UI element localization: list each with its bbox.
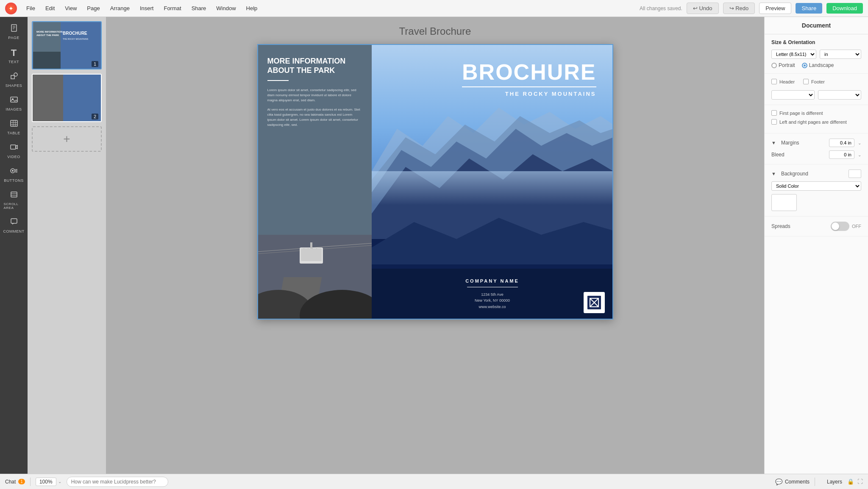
document-title: Travel Brochure [399,25,471,37]
download-button[interactable]: Download [826,3,863,14]
svg-marker-14 [16,145,17,149]
zoom-dropdown-arrow[interactable]: ⌄ [58,479,61,484]
sidebar-tool-scroll[interactable]: SCROLL AREA [2,187,26,213]
divider-1 [30,478,31,486]
background-type-dropdown[interactable]: Solid Color [771,181,861,191]
chat-label[interactable]: Chat [5,479,16,485]
landscape-option[interactable]: Landscape [802,62,834,68]
landscape-radio[interactable] [802,63,807,68]
page-thumb-1[interactable]: MORE INFORMATION ABOUT THE PARK BROCHURE… [32,21,102,69]
canvas-area[interactable]: Travel Brochure MORE INFORMATION ABOUT T… [106,17,764,474]
menu-page[interactable]: Page [83,3,104,13]
menu-window[interactable]: Window [212,3,240,13]
feedback-input[interactable] [67,477,168,487]
body-text: Lorem ipsum dolor sit amet, consetetur s… [267,88,362,128]
page-2-thumbnail [33,75,101,121]
sidebar-tool-video[interactable]: VIDEO [2,139,26,162]
text-icon: T [11,47,17,58]
doc-right-panel[interactable]: BROCHURE THE ROCKY MOUNTAINS COMPANY NAM… [372,44,613,320]
redo-button[interactable]: ↪ Redo [723,3,755,14]
footer-logo [584,292,605,313]
spreads-row: Spreads OFF [771,222,861,231]
menu-help[interactable]: Help [242,3,262,13]
portrait-radio[interactable] [771,63,777,68]
preview-button[interactable]: Preview [759,3,791,14]
left-right-label: Left and right pages are different [779,119,847,125]
margins-input[interactable] [829,139,854,147]
lock-icon[interactable]: 🔒 [847,478,854,485]
bg-color-swatch[interactable] [849,169,861,178]
left-right-row: Left and right pages are different [771,119,861,125]
brochure-title-divider [462,86,596,87]
expand-icon[interactable]: ⛶ [857,478,863,485]
heading-divider [267,80,289,81]
canvas-document[interactable]: MORE INFORMATION ABOUT THE PARK Lorem ip… [257,44,613,320]
size-dropdown[interactable]: Letter (8.5x11) [771,50,816,59]
first-page-label: First page is different [779,111,823,116]
first-page-checkbox[interactable] [771,110,777,116]
background-section: ▼ Background Solid Color [765,164,868,217]
header-position-dropdown[interactable] [771,90,815,100]
comment-icon: 💬 [775,478,782,485]
app-logo[interactable]: ✦ [5,3,17,14]
sidebar-tool-shapes[interactable]: SHAPES [2,68,26,91]
sidebar-tool-table[interactable]: TABLE [2,116,26,139]
shapes-tool-label: SHAPES [6,83,22,88]
collapse-margins-icon[interactable]: ▼ [771,140,776,145]
menu-share[interactable]: Share [187,3,211,13]
chat-badge: 1 [18,479,25,484]
svg-rect-4 [11,75,14,79]
sidebar-tool-page[interactable]: PAGE [2,20,26,43]
company-name: COMPANY NAME [465,278,519,283]
header-label: Header [779,79,795,84]
page-options-section: First page is different Left and right p… [765,105,868,133]
menu-edit[interactable]: Edit [41,3,59,13]
menu-file[interactable]: File [22,3,39,13]
background-type-row: Solid Color [771,181,861,191]
sidebar-tool-comment[interactable]: COMMENT [2,214,26,237]
footer-checkbox[interactable] [803,79,809,84]
svg-rect-37 [301,248,322,261]
bleed-label: Bleed [771,152,826,158]
footer-position-dropdown[interactable] [818,90,861,100]
video-icon [10,143,18,153]
brochure-text-overlay: BROCHURE THE ROCKY MOUNTAINS [462,61,596,97]
brochure-footer: COMPANY NAME 1234 5th Ave New York, NY 0… [372,269,613,320]
menu-arrange[interactable]: Arrange [106,3,134,13]
zoom-control: 100% ⌄ [36,478,61,486]
margins-unit-arrow: ⌄ [858,141,861,145]
sidebar-tool-buttons[interactable]: BUTTONS [2,163,26,186]
undo-button[interactable]: ↩ Undo [687,3,719,14]
portrait-label: Portrait [779,62,795,68]
menu-view[interactable]: View [61,3,81,13]
svg-rect-20 [11,192,17,197]
left-right-checkbox[interactable] [771,119,777,125]
layers-label[interactable]: Layers [827,479,842,485]
sidebar-tool-images[interactable]: IMAGES [2,92,26,115]
left-sidebar: PAGE T TEXT SHAPES IMAGES TABLE [0,17,28,474]
portrait-option[interactable]: Portrait [771,62,795,68]
bg-color-large-swatch[interactable] [771,194,797,211]
menu-insert[interactable]: Insert [136,3,158,13]
svg-rect-13 [11,145,16,149]
menu-format[interactable]: Format [159,3,185,13]
zoom-input[interactable]: 100% [36,478,56,486]
spreads-toggle[interactable] [831,222,849,231]
collapse-bg-icon[interactable]: ▼ [771,171,776,176]
undo-icon: ↩ [693,5,698,11]
pages-panel: MORE INFORMATION ABOUT THE PARK BROCHURE… [28,17,106,474]
header-checkbox[interactable] [771,79,777,84]
comments-section[interactable]: 💬 Comments [775,478,810,485]
add-page-button[interactable]: + [32,126,102,152]
unit-dropdown[interactable]: in [820,50,861,59]
doc-left-panel[interactable]: MORE INFORMATION ABOUT THE PARK Lorem ip… [257,44,372,320]
bleed-input[interactable] [829,150,854,159]
margins-label: Margins [781,140,826,146]
page-thumb-2[interactable]: 2 [32,74,102,122]
share-button[interactable]: Share [796,3,822,14]
first-page-row: First page is different [771,110,861,116]
page-tool-label: PAGE [8,36,19,40]
shapes-icon [10,72,18,82]
sidebar-tool-text[interactable]: T TEXT [2,44,26,67]
cable-car-image [257,235,372,320]
